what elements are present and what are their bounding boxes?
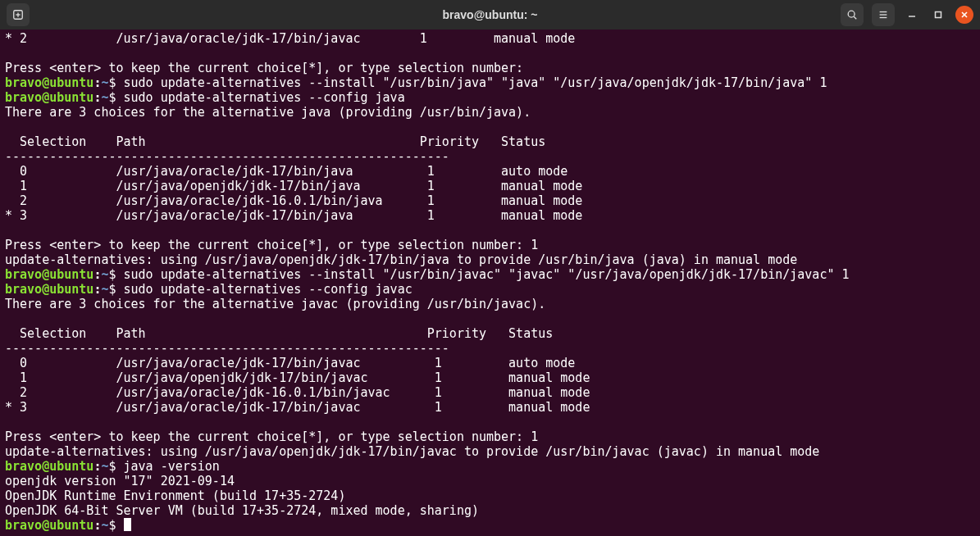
command-text bbox=[116, 518, 123, 533]
command-text: sudo update-alternatives --config java bbox=[116, 90, 404, 105]
output-line: update-alternatives: using /usr/java/ope… bbox=[5, 444, 819, 459]
terminal-body[interactable]: * 2 /usr/java/oracle/jdk-17/bin/javac 1 … bbox=[0, 30, 980, 536]
search-button[interactable] bbox=[841, 3, 864, 26]
prompt-user: bravo@ubuntu bbox=[5, 90, 93, 105]
prompt-user: bravo@ubuntu bbox=[5, 459, 93, 474]
prompt-user: bravo@ubuntu bbox=[5, 282, 93, 297]
new-tab-button[interactable] bbox=[7, 3, 30, 26]
table-row: * 3 /usr/java/oracle/jdk-17/bin/javac 1 … bbox=[5, 400, 590, 415]
prompt-user: bravo@ubuntu bbox=[5, 75, 93, 90]
prompt-user: bravo@ubuntu bbox=[5, 518, 93, 533]
svg-rect-9 bbox=[936, 12, 941, 18]
output-line: update-alternatives: using /usr/java/ope… bbox=[5, 252, 797, 267]
close-icon bbox=[960, 11, 969, 19]
minimize-icon bbox=[908, 11, 916, 19]
table-header: Selection Path Priority Status bbox=[5, 134, 545, 149]
command-text: java -version bbox=[116, 459, 219, 474]
svg-line-4 bbox=[854, 16, 856, 19]
prompt-user: bravo@ubuntu bbox=[5, 267, 93, 282]
command-text: sudo update-alternatives --install "/usr… bbox=[116, 267, 849, 282]
table-divider: ----------------------------------------… bbox=[5, 341, 449, 356]
output-line: There are 3 choices for the alternative … bbox=[5, 297, 545, 311]
table-row: 1 /usr/java/openjdk/jdk-17/bin/java 1 ma… bbox=[5, 179, 582, 193]
command-text: sudo update-alternatives --install "/usr… bbox=[116, 75, 827, 90]
output-line: There are 3 choices for the alternative … bbox=[5, 105, 531, 120]
svg-point-3 bbox=[848, 11, 855, 17]
window-title: bravo@ubuntu: ~ bbox=[329, 8, 651, 21]
output-line: * 2 /usr/java/oracle/jdk-17/bin/javac 1 … bbox=[5, 31, 575, 46]
output-line: OpenJDK Runtime Environment (build 17+35… bbox=[5, 488, 345, 503]
search-icon bbox=[846, 9, 858, 20]
command-text: sudo update-alternatives --config javac bbox=[116, 282, 412, 297]
table-row: 0 /usr/java/oracle/jdk-17/bin/java 1 aut… bbox=[5, 164, 567, 179]
table-row: 2 /usr/java/oracle/jdk-16.0.1/bin/java 1… bbox=[5, 193, 582, 208]
minimize-button[interactable] bbox=[903, 6, 921, 24]
table-row: 2 /usr/java/oracle/jdk-16.0.1/bin/javac … bbox=[5, 385, 590, 400]
table-row: * 3 /usr/java/oracle/jdk-17/bin/java 1 m… bbox=[5, 208, 582, 223]
cursor bbox=[124, 518, 131, 531]
output-line: OpenJDK 64-Bit Server VM (build 17+35-27… bbox=[5, 503, 479, 518]
table-row: 0 /usr/java/oracle/jdk-17/bin/javac 1 au… bbox=[5, 356, 575, 370]
close-button[interactable] bbox=[955, 6, 973, 24]
output-line: Press <enter> to keep the current choice… bbox=[5, 429, 538, 444]
output-line: Press <enter> to keep the current choice… bbox=[5, 61, 523, 75]
terminal-window: bravo@ubuntu: ~ * 2 bbox=[0, 0, 980, 536]
table-row: 1 /usr/java/openjdk/jdk-17/bin/javac 1 m… bbox=[5, 370, 590, 385]
hamburger-icon bbox=[877, 9, 889, 20]
new-tab-icon bbox=[12, 9, 24, 20]
table-header: Selection Path Priority Status bbox=[5, 326, 553, 341]
table-divider: ----------------------------------------… bbox=[5, 149, 449, 164]
maximize-button[interactable] bbox=[929, 6, 947, 24]
titlebar: bravo@ubuntu: ~ bbox=[0, 0, 980, 30]
maximize-icon bbox=[934, 11, 942, 19]
output-line: Press <enter> to keep the current choice… bbox=[5, 238, 538, 252]
hamburger-menu-button[interactable] bbox=[872, 3, 895, 26]
output-line: openjdk version "17" 2021-09-14 bbox=[5, 474, 235, 488]
